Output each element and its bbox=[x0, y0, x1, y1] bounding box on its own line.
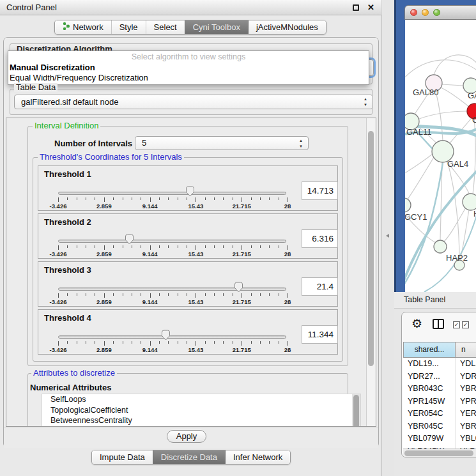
slider-thumb[interactable] bbox=[125, 234, 134, 245]
settings-content: Interval Definition Number of Intervals … bbox=[6, 118, 367, 427]
tick-mark bbox=[214, 197, 215, 200]
tick-mark bbox=[251, 293, 252, 296]
table-row[interactable]: YBL079WYBL0 bbox=[403, 433, 476, 445]
table-row[interactable]: YDR27...YDR2 bbox=[403, 371, 476, 383]
table-row[interactable]: YBR043CYBR0 bbox=[403, 383, 476, 395]
network-window-titlebar[interactable] bbox=[404, 5, 476, 20]
close-traffic-light[interactable] bbox=[410, 9, 417, 16]
tab-discretize-data[interactable]: Discretize Data bbox=[153, 450, 225, 464]
numerical-attributes-list[interactable]: SelfLoopsTopologicalCoefficientBetweenne… bbox=[42, 394, 361, 427]
scrollbar-thumb[interactable] bbox=[368, 131, 374, 366]
cell-shared-name[interactable]: YDR27... bbox=[408, 371, 455, 383]
divider-collapse-handle[interactable] bbox=[386, 234, 389, 238]
minimize-traffic-light[interactable] bbox=[422, 9, 429, 16]
split-columns-icon[interactable] bbox=[433, 319, 444, 329]
cell-name[interactable]: YBR0 bbox=[460, 420, 476, 433]
node-h-clipped[interactable] bbox=[463, 194, 476, 210]
gear-icon[interactable]: ⚙ bbox=[411, 316, 422, 331]
tick-mark bbox=[178, 293, 178, 296]
cell-name[interactable]: YPR1 bbox=[460, 395, 476, 408]
tick-mark bbox=[205, 341, 206, 344]
tick-mark bbox=[260, 293, 261, 296]
tick-mark bbox=[168, 293, 169, 296]
tick-mark bbox=[123, 341, 123, 344]
cell-shared-name[interactable]: YBR045C bbox=[408, 420, 455, 433]
slider-track[interactable] bbox=[58, 240, 286, 243]
tab-jactivemnodules[interactable]: jActiveMNodules bbox=[248, 20, 326, 34]
table-data-combobox[interactable]: galFiltered.sif default node ▲▼ bbox=[14, 95, 373, 109]
zoom-traffic-light[interactable] bbox=[433, 9, 440, 16]
threshold-value-box[interactable]: 6.316 bbox=[302, 229, 338, 248]
tick-label: 2.859 bbox=[96, 203, 112, 210]
tick-mark bbox=[196, 341, 196, 346]
apply-button[interactable]: Apply bbox=[167, 430, 206, 443]
network-canvas[interactable]: GAL80 GA C GAL11 GAL4 GCY1 HAP2 H bbox=[405, 20, 476, 292]
table-panel-section: Table Panel ⚙ ✓ ✓ shared... n YDL19...YD… bbox=[394, 292, 476, 476]
tick-mark bbox=[187, 245, 187, 248]
slider-track[interactable] bbox=[58, 335, 286, 339]
tick-mark bbox=[132, 293, 132, 296]
float-window-icon[interactable] bbox=[353, 4, 359, 11]
tab-label: jActiveMNodules bbox=[256, 20, 318, 34]
tick-mark bbox=[132, 341, 132, 344]
column-header-shared-name[interactable]: shared... bbox=[403, 342, 456, 358]
cell-shared-name[interactable]: YBL079W bbox=[408, 433, 455, 445]
slider-track[interactable] bbox=[58, 288, 286, 291]
slider-thumb[interactable] bbox=[185, 186, 195, 197]
scrollbar-thumb[interactable] bbox=[353, 395, 359, 427]
slider-thumb[interactable] bbox=[161, 330, 171, 341]
checkbox-icon[interactable]: ✓ bbox=[462, 321, 469, 328]
tab-cyni-toolbox[interactable]: Cyni Toolbox bbox=[185, 20, 248, 34]
table-row[interactable]: YER054CYER0 bbox=[403, 408, 476, 420]
tab-label: Impute Data bbox=[100, 450, 145, 464]
column-header-name[interactable]: n bbox=[456, 342, 476, 358]
cell-shared-name[interactable]: YER054C bbox=[408, 408, 455, 420]
node-gcy1[interactable] bbox=[405, 198, 411, 212]
tab-impute-data[interactable]: Impute Data bbox=[92, 450, 153, 464]
cell-name[interactable]: YDR2 bbox=[460, 371, 476, 383]
threshold-value-box[interactable]: 11.344 bbox=[302, 325, 338, 344]
cell-name[interactable]: YER0 bbox=[460, 408, 476, 420]
attribute-list-item[interactable]: SelfLoops bbox=[42, 394, 360, 405]
dropdown-option-equal-width[interactable]: Equal Width/Frequency Discretization bbox=[10, 73, 148, 82]
dropdown-option-manual[interactable]: Manual Discretization bbox=[10, 63, 95, 72]
panel-divider[interactable] bbox=[381, 0, 394, 476]
slider-track[interactable] bbox=[58, 192, 286, 195]
tick-mark bbox=[123, 197, 123, 200]
tick-label: -3.426 bbox=[50, 298, 67, 305]
table-horizontal-scrollbar[interactable] bbox=[403, 449, 476, 457]
tick-mark bbox=[77, 197, 77, 200]
cell-name[interactable]: YBR0 bbox=[460, 383, 476, 395]
cell-shared-name[interactable]: YPR145W bbox=[408, 395, 455, 408]
cell-shared-name[interactable]: YBR043C bbox=[408, 383, 455, 395]
tick-label: 15.43 bbox=[188, 203, 204, 210]
tick-mark bbox=[233, 293, 233, 296]
tab-infer-network[interactable]: Infer Network bbox=[225, 450, 290, 464]
attributes-list-scrollbar[interactable] bbox=[352, 394, 360, 427]
close-icon[interactable]: ✕ bbox=[367, 3, 374, 12]
attribute-list-item[interactable]: BetweennessCentrality bbox=[42, 415, 360, 426]
slider-thumb[interactable] bbox=[234, 282, 243, 293]
cell-shared-name[interactable]: YDL19... bbox=[408, 358, 455, 371]
attribute-list-item[interactable]: TopologicalCoefficient bbox=[42, 405, 360, 416]
table-row[interactable]: YDL19...YDL1 bbox=[403, 358, 476, 371]
threshold-value-box[interactable]: 14.713 bbox=[302, 181, 338, 200]
tick-mark bbox=[223, 197, 224, 200]
tab-select[interactable]: Select bbox=[146, 20, 185, 34]
table-header-row: shared... n bbox=[403, 342, 476, 358]
settings-vertical-scrollbar[interactable] bbox=[366, 118, 376, 427]
threshold-label: Threshold 3 bbox=[44, 265, 91, 275]
number-of-intervals-combobox[interactable]: 5 ▲▼ bbox=[135, 136, 309, 150]
checkbox-icon[interactable]: ✓ bbox=[453, 321, 460, 328]
cell-name[interactable]: YDL1 bbox=[460, 358, 476, 371]
tick-mark bbox=[178, 245, 178, 248]
scrollbar-thumb[interactable] bbox=[404, 450, 473, 456]
threshold-value-box[interactable]: 21.4 bbox=[302, 277, 338, 296]
tick-label: 28 bbox=[284, 203, 291, 210]
node-hap2[interactable] bbox=[434, 240, 447, 253]
table-row[interactable]: YBR045CYBR0 bbox=[403, 420, 476, 433]
table-row[interactable]: YPR145WYPR1 bbox=[403, 395, 476, 408]
tab-network[interactable]: Network bbox=[55, 20, 111, 34]
cell-name[interactable]: YBL0 bbox=[460, 433, 476, 445]
tab-style[interactable]: Style bbox=[111, 20, 146, 34]
